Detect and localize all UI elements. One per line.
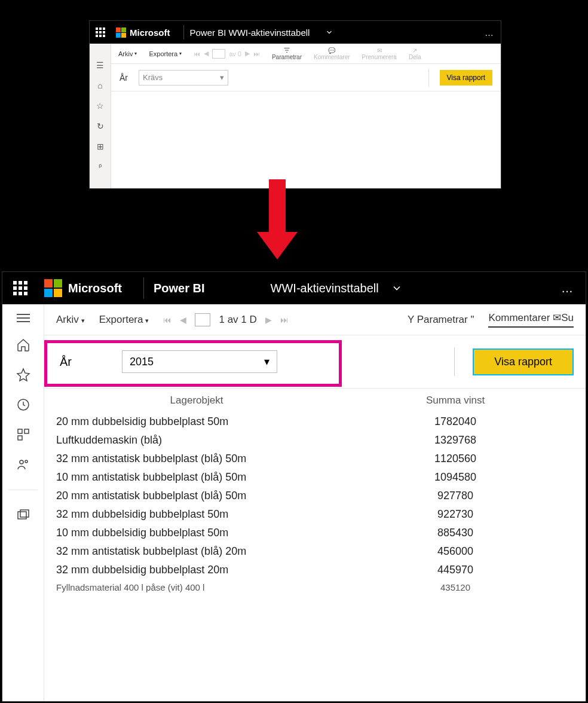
app-launcher-icon[interactable]: [96, 27, 105, 37]
kommentarer-button[interactable]: 💬 Kommentarer: [314, 47, 350, 60]
svg-rect-3: [18, 436, 22, 440]
cell-item: 20 mm dubbelsidig bubbelplast 50m: [56, 415, 337, 428]
workspaces-icon[interactable]: [16, 508, 30, 522]
svg-rect-1: [18, 429, 22, 433]
table-row[interactable]: 32 mm dubbelsidig bubbelplast 50m922730: [56, 505, 574, 524]
last-page-icon[interactable]: ⏭: [253, 50, 260, 57]
table-row[interactable]: Luftkuddemaskin (blå)1329768: [56, 431, 574, 450]
sidebar-divider: [8, 490, 37, 490]
prenumerera-button[interactable]: ✉ Prenumerera: [362, 47, 397, 60]
exportera-menu[interactable]: Exportera▾: [99, 314, 149, 326]
visa-rapport-button[interactable]: Visa rapport: [440, 70, 492, 85]
col-summa-vinst: Summa vinst: [337, 395, 574, 406]
cell-item: 10 mm dubbelsidig bubbelplast 50m: [56, 527, 337, 539]
cell-item: 32 mm dubbelsidig bubbelplast 20m: [56, 564, 337, 576]
table-row[interactable]: Fyllnadsmaterial 400 l påse (vit) 400 l4…: [56, 579, 574, 595]
cell-value: 1094580: [337, 471, 574, 484]
table-row[interactable]: 20 mm dubbelsidig bubbelplast 50m1782040: [56, 412, 574, 431]
chevron-down-icon: ▾: [264, 355, 270, 368]
cell-value: 445970: [337, 564, 574, 576]
parametrar-button[interactable]: Parametrar: [272, 47, 302, 60]
table-row[interactable]: 32 mm antistatisk bubbelplast (blå) 20m4…: [56, 542, 574, 561]
chevron-down-icon: ▾: [220, 73, 224, 82]
cell-item: 32 mm antistatisk bubbelplast (blå) 20m: [56, 545, 337, 558]
page-input[interactable]: [195, 313, 210, 326]
next-page-icon[interactable]: ▶: [245, 50, 250, 57]
table-body: 20 mm dubbelsidig bubbelplast 50m1782040…: [56, 412, 574, 595]
comment-icon: 💬: [328, 47, 335, 54]
param-divider: [454, 347, 455, 376]
prev-page-icon[interactable]: ◀: [204, 50, 209, 57]
star-icon[interactable]: ☆: [96, 101, 104, 111]
table-row[interactable]: 32 mm antistatisk bubbelplast (blå) 50m1…: [56, 450, 574, 468]
svg-rect-6: [18, 512, 26, 519]
home-icon[interactable]: [16, 338, 30, 352]
apps-icon[interactable]: ⊞: [97, 142, 104, 151]
hamburger-icon[interactable]: ☰: [96, 60, 104, 70]
arkiv-menu[interactable]: Arkiv▾: [118, 50, 137, 57]
year-select[interactable]: 2015 ▾: [122, 350, 277, 373]
svg-rect-7: [20, 510, 29, 517]
cell-value: 885430: [337, 527, 574, 539]
microsoft-logo-icon: [44, 279, 62, 297]
apps-icon[interactable]: [16, 427, 30, 442]
prev-page-icon[interactable]: ◀: [180, 315, 186, 325]
svg-point-5: [25, 460, 27, 463]
dela-button[interactable]: ↗ Dela: [409, 47, 421, 60]
report-table: Lagerobjekt Summa vinst 20 mm dubbelsidi…: [44, 388, 586, 595]
cell-value: 1782040: [337, 415, 574, 428]
top-toolbar: Arkiv▾ Exportera▾ ⏮ ◀ av 0 ▶ ⏭ Parametra…: [111, 44, 501, 64]
bottom-toolbar: Arkiv▾ Exportera▾ ⏮ ◀ 1 av 1 D ▶ ⏭ Y Par…: [44, 304, 586, 335]
chevron-down-icon[interactable]: [325, 28, 333, 36]
exportera-menu[interactable]: Exportera▾: [149, 50, 182, 57]
chevron-down-icon[interactable]: [391, 282, 403, 294]
year-select[interactable]: Krävs ▾: [139, 70, 228, 85]
param-label: År: [120, 73, 128, 82]
page-navigator[interactable]: ⏮ ◀ 1 av 1 D ▶ ⏭: [163, 313, 288, 326]
first-page-icon[interactable]: ⏮: [163, 315, 172, 325]
table-row[interactable]: 10 mm dubbelsidig bubbelplast 50m885430: [56, 524, 574, 542]
page-navigator[interactable]: ⏮ ◀ av 0 ▶ ⏭: [194, 49, 260, 59]
first-page-icon[interactable]: ⏮: [194, 50, 200, 57]
top-parameter-row: År Krävs ▾ Visa rapport: [111, 64, 501, 91]
table-header: Lagerobjekt Summa vinst: [56, 389, 574, 412]
top-header: Microsoft Power BI WWI-aktievinsttabell …: [90, 21, 501, 44]
table-row[interactable]: 10 mm antistatisk bubbelplast (blå) 50m1…: [56, 468, 574, 487]
star-icon[interactable]: [16, 368, 30, 382]
next-page-icon[interactable]: ▶: [265, 315, 272, 325]
recent-icon[interactable]: ↻: [97, 121, 104, 131]
kommentarer-button[interactable]: Kommentarer ✉Su: [488, 311, 574, 328]
shared-icon[interactable]: [16, 457, 30, 472]
cell-item: Luftkuddemaskin (blå): [56, 434, 337, 447]
page-input[interactable]: [212, 49, 225, 59]
recent-icon[interactable]: [16, 398, 30, 412]
home-icon[interactable]: ⌂: [97, 81, 102, 90]
cell-value: 456000: [337, 545, 574, 558]
visa-rapport-button[interactable]: Visa rapport: [473, 349, 574, 375]
page-of-label: 1 av 1 D: [219, 314, 256, 326]
cell-item: 32 mm dubbelsidig bubbelplast 50m: [56, 508, 337, 521]
bottom-parameter-row: År 2015 ▾ Visa rapport: [44, 335, 586, 388]
parametrar-button[interactable]: Y Parametrar ": [408, 314, 474, 326]
brand-label: Microsoft: [68, 282, 122, 295]
hamburger-icon[interactable]: [17, 314, 30, 322]
mail-icon: ✉: [553, 312, 561, 323]
more-icon[interactable]: …: [561, 282, 575, 295]
col-lagerobjekt: Lagerobjekt: [56, 395, 337, 406]
table-row[interactable]: 32 mm dubbelsidig bubbelplast 20m445970: [56, 561, 574, 579]
more-icon[interactable]: …: [485, 27, 495, 38]
table-row[interactable]: 20 mm antistatisk bubbelplast (blå) 50m9…: [56, 487, 574, 505]
year-select-value: 2015: [130, 356, 154, 368]
app-launcher-icon[interactable]: [13, 281, 27, 295]
header-divider: [143, 277, 144, 299]
last-page-icon[interactable]: ⏭: [280, 315, 289, 325]
header-divider: [183, 25, 184, 39]
svg-rect-2: [24, 429, 29, 433]
arkiv-menu[interactable]: Arkiv▾: [56, 314, 85, 326]
bottom-header: Microsoft Power BI WWI-aktievinsttabell …: [2, 272, 586, 304]
shared-icon[interactable]: ᵖ: [99, 162, 102, 172]
page-title: Power BI WWI-aktievinsttabell: [190, 27, 310, 38]
app-label: Power BI: [154, 282, 205, 295]
mail-icon: ✉: [377, 47, 382, 54]
share-icon: ↗: [412, 47, 417, 54]
